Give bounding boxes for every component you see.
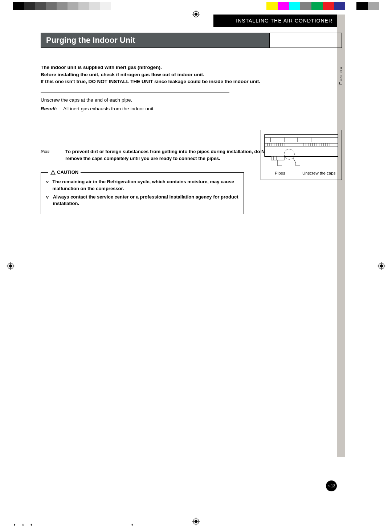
section-title-bar: Purging the Indoor Unit — [41, 33, 342, 48]
page-number-badge: E-13 — [326, 480, 337, 491]
printer-colorbar — [13, 2, 379, 10]
warning-icon — [50, 170, 56, 175]
svg-rect-50 — [271, 156, 284, 160]
figure-label-pipes: Pipes — [275, 171, 285, 175]
intro-line: If this one isn't true, DO NOT INSTALL T… — [41, 78, 273, 85]
note-block: Note To prevent dirt or foreign substanc… — [41, 148, 273, 162]
result-text: All inert gas exhausts from the indoor u… — [63, 105, 155, 112]
footer-printer-marks: ✦ ✳ ✦ — [13, 523, 35, 527]
svg-rect-19 — [265, 135, 338, 156]
section-title: Purging the Indoor Unit — [41, 33, 270, 48]
svg-line-56 — [293, 158, 296, 163]
registration-mark-icon — [192, 10, 200, 18]
caution-item: vThe remaining air in the Refrigeration … — [46, 179, 238, 192]
svg-point-18 — [53, 173, 53, 174]
footer-printer-marks: ✦ — [131, 523, 134, 527]
registration-mark-icon — [377, 262, 385, 270]
page-number-prefix: E- — [327, 484, 330, 488]
caution-item: vAlways contact the service center or a … — [46, 194, 238, 208]
note-label: Note — [41, 148, 55, 162]
step-block: Unscrew the caps at the end of each pipe… — [41, 97, 229, 113]
chapter-title: Installing the Air Condtioner — [236, 18, 332, 24]
registration-mark-icon — [192, 517, 200, 525]
caution-legend: CAUTION — [48, 169, 81, 176]
caution-box: CAUTION vThe remaining air in the Refrig… — [41, 172, 244, 214]
caution-label: CAUTION — [57, 169, 78, 176]
figure-label-caps: Unscrew the caps — [302, 171, 335, 175]
illustration: Pipes Unscrew the caps — [261, 130, 342, 180]
divider — [41, 144, 273, 144]
registration-mark-icon — [7, 262, 15, 270]
intro-line: The indoor unit is supplied with inert g… — [41, 64, 273, 71]
intro-line: Before installing the unit, check if nit… — [41, 71, 273, 78]
step-text: Unscrew the caps at the end of each pipe… — [41, 97, 229, 104]
intro-paragraph: The indoor unit is supplied with inert g… — [41, 64, 273, 85]
divider — [41, 93, 229, 93]
result-label: Result: — [41, 105, 59, 112]
note-text: To prevent dirt or foreign substances fr… — [65, 148, 273, 162]
chapter-header: Installing the Air Condtioner — [213, 15, 337, 27]
page-number: 13 — [331, 484, 335, 488]
